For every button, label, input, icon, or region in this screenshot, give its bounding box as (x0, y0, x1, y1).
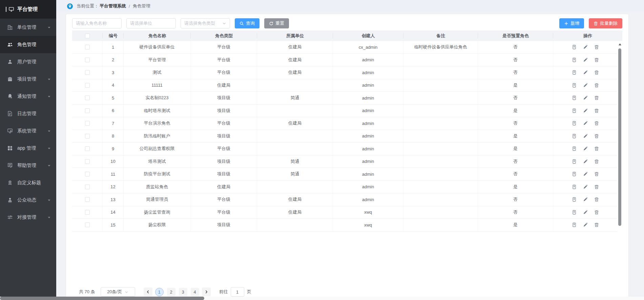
batch-delete-button[interactable]: 批量删除 (589, 18, 622, 28)
delete-button[interactable] (594, 134, 599, 138)
column-header: 创建人 (333, 30, 403, 41)
row-checkbox[interactable] (85, 146, 90, 151)
sidebar-item-notice[interactable]: 通知管理 (0, 88, 56, 105)
row-checkbox[interactable] (85, 83, 90, 88)
view-detail-button[interactable] (572, 172, 577, 176)
view-detail-button[interactable] (572, 197, 577, 202)
sidebar-item-integration[interactable]: 对接管理 (0, 209, 56, 226)
page-button-2[interactable]: 2 (167, 288, 175, 296)
view-detail-button[interactable] (572, 83, 577, 88)
view-detail-button[interactable] (572, 210, 577, 215)
search-button[interactable]: 查询 (235, 18, 259, 28)
delete-button[interactable] (594, 197, 599, 202)
view-detail-button[interactable] (572, 58, 577, 62)
row-checkbox[interactable] (85, 222, 90, 227)
row-checkbox[interactable] (85, 95, 90, 100)
delete-button[interactable] (594, 146, 599, 151)
sidebar-item-user[interactable]: 用户管理 (0, 53, 56, 70)
edit-button[interactable] (583, 134, 588, 138)
page-button-4[interactable]: 4 (191, 288, 199, 296)
delete-button[interactable] (594, 58, 599, 62)
delete-button[interactable] (594, 70, 599, 75)
edit-button[interactable] (583, 159, 588, 164)
row-checkbox[interactable] (85, 197, 90, 202)
breadcrumb-root[interactable]: 平台管理系统 (100, 3, 126, 9)
view-detail-button[interactable] (572, 134, 577, 138)
view-detail-button[interactable] (572, 95, 577, 100)
sidebar-item-system[interactable]: 系统管理 (0, 122, 56, 140)
remark (403, 130, 478, 143)
edit-button[interactable] (583, 95, 588, 100)
row-checkbox[interactable] (85, 172, 90, 176)
row-checkbox[interactable] (85, 185, 90, 189)
view-detail-button[interactable] (572, 159, 577, 164)
delete-button[interactable] (594, 185, 599, 189)
view-detail-button[interactable] (572, 121, 577, 126)
view-detail-button[interactable] (572, 45, 577, 49)
edit-button[interactable] (583, 58, 588, 62)
edit-button[interactable] (583, 83, 588, 88)
edit-button[interactable] (583, 197, 588, 202)
view-detail-button[interactable] (572, 108, 577, 113)
row-checkbox[interactable] (85, 159, 90, 164)
page-size-select[interactable]: 20条/页 (101, 287, 135, 297)
vertical-scrollbar-thumb[interactable] (618, 48, 621, 226)
unit-select[interactable]: 请选择单位 (126, 18, 176, 28)
edit-button[interactable] (583, 108, 588, 113)
sidebar-item-role[interactable]: 角色管理 (0, 36, 56, 53)
role-type-select[interactable]: 请选择角色类型 (181, 18, 230, 28)
row-checkbox[interactable] (85, 134, 90, 138)
delete-button[interactable] (594, 210, 599, 215)
edit-button[interactable] (583, 45, 588, 49)
view-detail-button[interactable] (572, 146, 577, 151)
delete-button[interactable] (594, 108, 599, 113)
remark (403, 66, 478, 79)
delete-button[interactable] (594, 222, 599, 227)
sidebar: 平台管理 单位管理角色管理用户管理项目管理通知管理日志管理系统管理app 管理帮… (0, 0, 56, 297)
sidebar-item-custom-title[interactable]: 自定义标题 (0, 174, 56, 191)
row-checkbox[interactable] (85, 45, 90, 49)
sidebar-item-project[interactable]: 项目管理 (0, 70, 56, 88)
view-detail-button[interactable] (572, 185, 577, 189)
row-actions (553, 105, 617, 117)
delete-button[interactable] (594, 159, 599, 164)
view-detail-button[interactable] (572, 222, 577, 227)
delete-button[interactable] (594, 95, 599, 100)
remark (403, 79, 478, 92)
sidebar-item-unit[interactable]: 单位管理 (0, 19, 56, 36)
delete-button[interactable] (594, 83, 599, 88)
goto-page-input[interactable] (231, 287, 244, 297)
edit-button[interactable] (583, 210, 588, 215)
page-button-3[interactable]: 3 (179, 288, 187, 296)
sidebar-item-log[interactable]: 日志管理 (0, 105, 56, 122)
sidebar-item-help[interactable]: 帮助管理 (0, 157, 56, 174)
row-checkbox[interactable] (85, 108, 90, 113)
horizontal-scrollbar-thumb[interactable] (0, 297, 204, 300)
edit-button[interactable] (583, 70, 588, 75)
table-row: 8防汛临时账户项目级admin是 (72, 130, 617, 143)
row-checkbox[interactable] (85, 70, 90, 75)
edit-button[interactable] (583, 121, 588, 126)
sidebar-item-public[interactable]: 公众动态 (0, 191, 56, 209)
select-all-checkbox[interactable] (85, 34, 90, 38)
view-detail-button[interactable] (572, 70, 577, 75)
role-name-input[interactable]: 请输入角色名称 (72, 18, 122, 28)
edit-button[interactable] (583, 146, 588, 151)
page-button-1[interactable]: 1 (155, 288, 164, 296)
row-checkbox[interactable] (85, 58, 90, 62)
scroll-up-arrow-icon[interactable] (619, 43, 621, 45)
edit-button[interactable] (583, 185, 588, 189)
delete-button[interactable] (594, 172, 599, 176)
user-icon (7, 59, 13, 65)
delete-button[interactable] (594, 45, 599, 49)
add-button[interactable]: 新增 (559, 18, 584, 28)
sidebar-item-app[interactable]: app 管理 (0, 140, 56, 157)
row-checkbox[interactable] (85, 210, 90, 215)
delete-button[interactable] (594, 121, 599, 126)
row-checkbox[interactable] (85, 121, 90, 126)
next-page-button[interactable] (202, 287, 211, 296)
edit-button[interactable] (583, 222, 588, 227)
prev-page-button[interactable] (144, 287, 152, 296)
edit-button[interactable] (583, 172, 588, 176)
reset-button[interactable]: 重置 (264, 18, 289, 28)
